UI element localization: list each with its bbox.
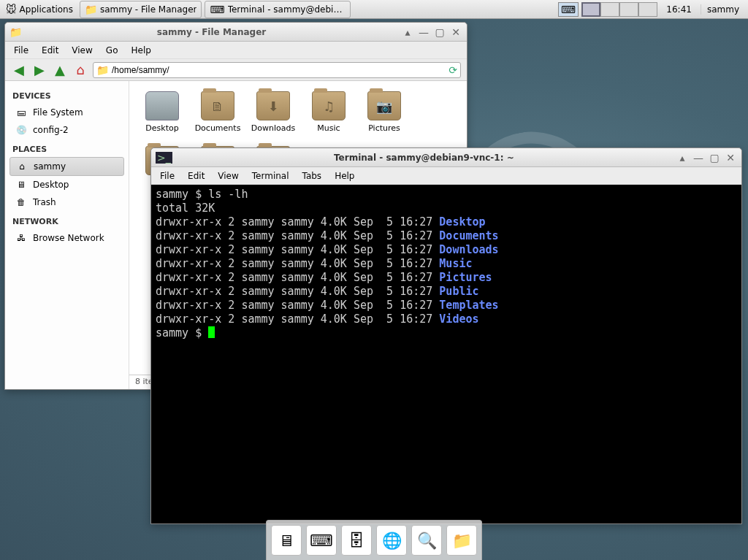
user-menu-button[interactable]: sammy bbox=[701, 4, 745, 15]
terminal-menu-view[interactable]: View bbox=[212, 169, 244, 183]
taskbar-task-folder[interactable]: 📁sammy - File Manager bbox=[80, 1, 202, 18]
folder-icon: 📁 bbox=[452, 532, 472, 550]
dock-item-archive[interactable]: 🗄 bbox=[341, 525, 372, 556]
folder-icon: 🗎 bbox=[201, 91, 234, 120]
close-button[interactable]: ✕ bbox=[724, 151, 737, 164]
minimize-button[interactable]: — bbox=[692, 151, 705, 164]
terminal-output[interactable]: sammy $ ls -lh total 32K drwxr-xr-x 2 sa… bbox=[151, 185, 741, 523]
terminal-menu-terminal[interactable]: Terminal bbox=[246, 169, 295, 183]
browser-icon: 🌐 bbox=[382, 532, 402, 550]
folder-icon: ♫ bbox=[312, 91, 346, 120]
dock-item-browser[interactable]: 🌐 bbox=[376, 525, 407, 556]
mouse-icon: 🐭 bbox=[6, 4, 17, 15]
terminal-title: Terminal - sammy@debian9-vnc-1: ~ bbox=[172, 153, 676, 163]
desktop-icon bbox=[145, 91, 179, 120]
clock[interactable]: 16:41 bbox=[660, 4, 698, 15]
taskbar: 🐭 Applications 📁sammy - File Manager⌨Ter… bbox=[0, 0, 748, 19]
folder-icon: 📷 bbox=[367, 91, 401, 120]
workspace-1[interactable] bbox=[581, 2, 600, 17]
archive-icon: 🗄 bbox=[348, 532, 365, 550]
system-tray: ⌨ 16:41 sammy bbox=[558, 2, 748, 17]
folder-item-desktop[interactable]: Desktop bbox=[140, 91, 185, 133]
dock-item-file-manager[interactable]: 🖥 bbox=[271, 525, 302, 556]
folder-icon: ⬇ bbox=[256, 91, 290, 120]
terminal-icon: ⌨ bbox=[310, 532, 333, 550]
workspace-3[interactable] bbox=[619, 2, 638, 17]
terminal-icon: ⌨ bbox=[210, 4, 224, 15]
dock-item-terminal[interactable]: ⌨ bbox=[306, 525, 337, 556]
workspace-4[interactable] bbox=[638, 2, 657, 17]
terminal-menu-help[interactable]: Help bbox=[329, 169, 360, 183]
taskbar-task-terminal[interactable]: ⌨Terminal - sammy@debian9-vnc... bbox=[205, 1, 351, 18]
workspace-2[interactable] bbox=[600, 2, 619, 17]
dock-item-folder[interactable]: 📁 bbox=[446, 525, 477, 556]
terminal-titlebar[interactable]: >_ Terminal - sammy@debian9-vnc-1: ~ ▴ —… bbox=[151, 148, 741, 167]
terminal-menu-file[interactable]: File bbox=[154, 169, 180, 183]
dock: 🖥⌨🗄🌐🔍📁 bbox=[266, 520, 482, 560]
terminal-menubar: FileEditViewTerminalTabsHelp bbox=[151, 167, 741, 185]
terminal-menu-tabs[interactable]: Tabs bbox=[297, 169, 328, 183]
taskbar-task-label: sammy - File Manager bbox=[100, 4, 197, 15]
dock-item-search[interactable]: 🔍 bbox=[411, 525, 442, 556]
workspace-switcher[interactable] bbox=[581, 2, 657, 17]
terminal-window: >_ Terminal - sammy@debian9-vnc-1: ~ ▴ —… bbox=[150, 147, 742, 524]
tray-terminal-icon[interactable]: ⌨ bbox=[558, 2, 579, 17]
file-manager-icon: 🖥 bbox=[278, 532, 294, 550]
maximize-button[interactable]: ▢ bbox=[708, 151, 721, 164]
rollup-button[interactable]: ▴ bbox=[676, 151, 689, 164]
taskbar-task-label: Terminal - sammy@debian9-vnc... bbox=[228, 4, 346, 15]
terminal-icon: >_ bbox=[156, 152, 172, 164]
terminal-menu-edit[interactable]: Edit bbox=[182, 169, 210, 183]
applications-label: Applications bbox=[20, 4, 73, 15]
folder-icon: 📁 bbox=[85, 4, 97, 15]
search-icon: 🔍 bbox=[417, 532, 437, 550]
applications-menu-button[interactable]: 🐭 Applications bbox=[1, 1, 78, 18]
